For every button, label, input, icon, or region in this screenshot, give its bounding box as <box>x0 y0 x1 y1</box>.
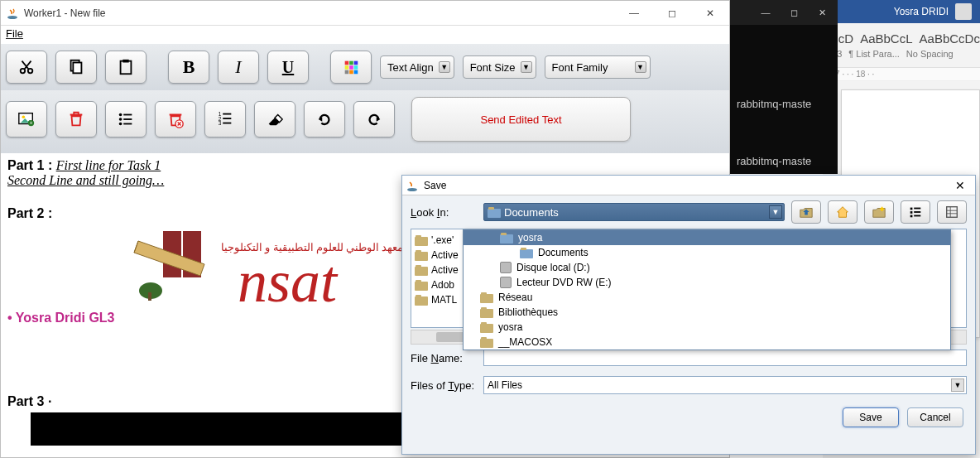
undo-button[interactable] <box>304 101 345 137</box>
menubar: File <box>1 26 729 44</box>
svg-rect-38 <box>910 208 913 210</box>
copy-button[interactable] <box>55 51 97 84</box>
svg-rect-13 <box>345 70 349 75</box>
delete-list-button[interactable] <box>155 101 196 137</box>
svg-rect-12 <box>354 65 358 70</box>
dropdown-item[interactable]: Réseau <box>464 290 950 305</box>
svg-rect-7 <box>345 61 349 65</box>
dropdown-label: Text Align <box>387 61 434 74</box>
save-button[interactable]: Save <box>843 407 899 427</box>
paste-button[interactable] <box>105 51 147 84</box>
svg-rect-14 <box>349 70 353 75</box>
task1-line2: Second Line and still going… <box>7 173 164 187</box>
maximize-icon[interactable]: ◻ <box>653 1 691 26</box>
filetype-label: Files of Type: <box>411 379 477 392</box>
svg-rect-4 <box>73 63 81 74</box>
terminal-line: rabbitmq-maste <box>730 155 838 167</box>
insert-image-button[interactable]: + <box>6 101 47 137</box>
lookin-combo[interactable]: Documents ▼ <box>483 203 785 221</box>
close-icon[interactable]: ✕ <box>949 179 972 192</box>
delete-button[interactable] <box>55 101 97 137</box>
word-titlebar: Yosra DRIDI <box>823 0 980 23</box>
svg-point-24 <box>119 123 122 126</box>
dropdown-label: Font Family <box>552 61 608 74</box>
chevron-down-icon: ▼ <box>769 205 782 219</box>
svg-rect-40 <box>910 211 913 214</box>
folder-icon <box>415 250 428 261</box>
dropdown-item[interactable]: Documents <box>464 245 950 260</box>
svg-rect-36 <box>148 292 151 301</box>
send-edited-text-button[interactable]: Send Edited Text <box>411 97 631 142</box>
style-preview[interactable]: AaBbCcL <box>860 31 912 46</box>
save-dialog: Save ✕ Look In: Documents ▼ '.exe'Active… <box>401 175 976 455</box>
font-size-dropdown[interactable]: Font Size▼ <box>463 55 536 79</box>
terminal-max-icon[interactable]: ◻ <box>781 3 806 22</box>
cancel-button[interactable]: Cancel <box>907 407 963 427</box>
list-view-button[interactable] <box>901 200 930 224</box>
editor-title: Worker1 - New file <box>24 7 615 19</box>
up-folder-button[interactable] <box>791 200 821 224</box>
svg-point-0 <box>7 16 17 19</box>
svg-rect-32 <box>223 123 231 124</box>
chevron-down-icon: ▼ <box>521 61 532 73</box>
underline-button[interactable]: U <box>267 51 309 84</box>
style-preview[interactable]: AaBbCcDc <box>920 31 980 46</box>
task1-line1: First line for Task 1 <box>56 158 161 172</box>
home-button[interactable] <box>828 200 858 224</box>
list-item[interactable]: Active <box>415 263 459 277</box>
redo-button[interactable] <box>353 101 395 137</box>
color-button[interactable] <box>330 51 372 84</box>
italic-button[interactable]: I <box>218 51 259 84</box>
folder-icon <box>520 248 533 258</box>
chevron-down-icon: ▼ <box>635 61 646 73</box>
part1-label: Part 1 : <box>7 158 52 172</box>
filename-input[interactable] <box>483 350 967 366</box>
dropdown-item[interactable]: __MACOSX <box>464 335 950 350</box>
dropdown-item[interactable]: Disque local (D:) <box>464 260 950 275</box>
cut-button[interactable] <box>6 51 47 84</box>
chevron-down-icon: ▼ <box>439 61 450 73</box>
filetype-combo[interactable]: All Files ▼ <box>483 376 967 394</box>
list-item[interactable]: Adob <box>415 277 459 292</box>
word-ruler: · 17 · · · 18 · · <box>823 68 980 81</box>
folder-icon <box>415 295 428 306</box>
text-align-dropdown[interactable]: Text Align▼ <box>380 55 454 79</box>
dropdown-item[interactable]: Bibliothèques <box>464 305 950 320</box>
bold-button[interactable]: B <box>168 51 209 84</box>
svg-rect-10 <box>345 65 349 70</box>
disk-icon <box>500 277 512 288</box>
toolbar-actions: + 123 Send Edited Text <box>1 90 729 153</box>
dropdown-label: Font Size <box>470 61 516 74</box>
minimize-icon[interactable]: — <box>615 1 653 26</box>
terminal-min-icon[interactable]: — <box>753 3 778 22</box>
terminal-close-icon[interactable]: ✕ <box>809 3 834 22</box>
list-item[interactable]: MATL <box>415 292 459 307</box>
dropdown-item[interactable]: yosra <box>464 230 950 245</box>
folder-icon <box>480 292 493 303</box>
dialog-titlebar: Save ✕ <box>402 176 975 195</box>
font-family-dropdown[interactable]: Font Family▼ <box>545 55 651 79</box>
file-list[interactable]: '.exe'ActiveActiveAdobMATL yosraDocument… <box>411 229 967 328</box>
close-icon[interactable]: ✕ <box>691 1 729 26</box>
folder-dropdown[interactable]: yosraDocumentsDisque local (D:)Lecteur D… <box>463 229 951 350</box>
details-view-button[interactable] <box>937 200 967 224</box>
terminal-window: — ◻ ✕ rabbitmq-maste rabbitmq-maste <box>730 0 838 174</box>
combo-value: All Files <box>488 379 522 391</box>
svg-rect-25 <box>123 123 132 125</box>
svg-point-17 <box>22 115 26 118</box>
list-item[interactable]: Active <box>415 248 459 263</box>
numbered-list-button[interactable]: 123 <box>204 101 246 137</box>
terminal-line: rabbitmq-maste <box>730 98 838 110</box>
svg-rect-11 <box>349 65 353 70</box>
dropdown-item[interactable]: yosra <box>464 320 950 335</box>
menu-file[interactable]: File <box>6 27 23 40</box>
folder-icon <box>480 322 493 333</box>
avatar[interactable] <box>955 3 972 20</box>
list-item[interactable]: '.exe' <box>415 233 459 248</box>
new-folder-button[interactable] <box>864 200 894 224</box>
dropdown-item[interactable]: Lecteur DVD RW (E:) <box>464 275 950 290</box>
java-icon <box>406 179 419 192</box>
svg-rect-6 <box>122 60 128 63</box>
bullet-list-button[interactable] <box>105 101 147 137</box>
eraser-button[interactable] <box>254 101 295 137</box>
